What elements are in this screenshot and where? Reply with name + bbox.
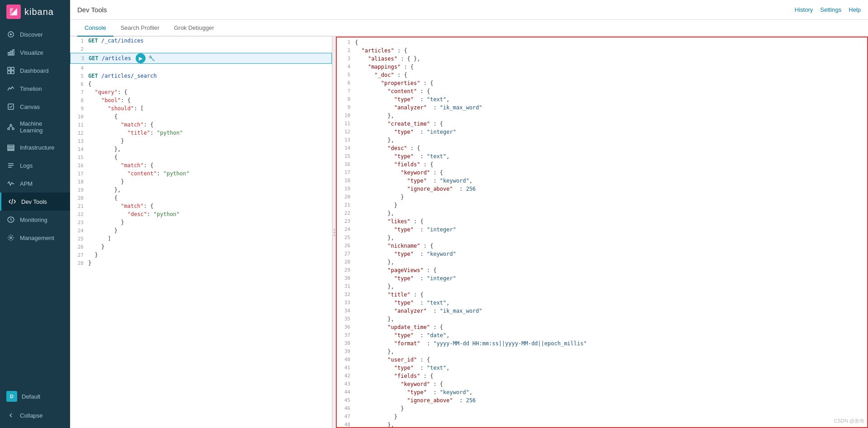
output-content: "nickname" : { — [355, 243, 433, 251]
output-content: "type" : "text", — [355, 300, 450, 308]
editor-line-7[interactable]: 7 "query": { — [70, 88, 332, 96]
sidebar-item-default[interactable]: D Default — [0, 386, 70, 406]
sidebar-item-visualize[interactable]: Visualize — [0, 43, 70, 61]
output-line: 7 "content" : { — [337, 88, 867, 96]
line-number: 19 — [71, 187, 84, 193]
line-content: } — [88, 260, 91, 266]
sidebar-item-default-label: Default — [22, 393, 40, 400]
sidebar-item-timelion[interactable]: Timelion — [0, 80, 70, 98]
input-panel[interactable]: 1GET /_cat/indices23GET /articles▶🔧45GET… — [70, 37, 332, 428]
history-link[interactable]: History — [795, 6, 813, 13]
logo[interactable]: kibana — [0, 0, 70, 24]
svg-rect-5 — [10, 51, 12, 55]
sidebar-item-dev-tools[interactable]: Dev Tools — [0, 193, 70, 211]
editor-line-22[interactable]: 22 "desc": "python" — [70, 210, 332, 218]
editor-line-25[interactable]: 25 ] — [70, 235, 332, 243]
sidebar-item-discover[interactable]: Discover — [0, 25, 70, 43]
tab-search-profiler[interactable]: Search Profiler — [113, 20, 167, 37]
output-line: 23 "likes" : { — [337, 218, 867, 226]
sidebar-item-logs[interactable]: Logs — [0, 156, 70, 174]
output-content: "type" : "date", — [355, 332, 450, 340]
sidebar-item-dashboard-label: Dashboard — [20, 67, 49, 74]
output-content: "update_time" : { — [355, 324, 443, 332]
editor-line-24[interactable]: 24 } — [70, 226, 332, 235]
editor-line-19[interactable]: 19 }, — [70, 186, 332, 194]
wrench-button[interactable]: 🔧 — [147, 53, 157, 63]
editor-line-17[interactable]: 17 "content": "python" — [70, 169, 332, 178]
line-number: 5 — [71, 73, 84, 79]
sidebar-item-machine-learning[interactable]: Machine Learning — [0, 116, 70, 138]
editor-line-16[interactable]: 16 "match": { — [70, 161, 332, 169]
apm-icon — [6, 179, 15, 188]
line-number: 9 — [71, 106, 84, 112]
editor-line-18[interactable]: 18 } — [70, 178, 332, 186]
svg-point-3 — [10, 33, 12, 35]
editor-line-28[interactable]: 28} — [70, 259, 332, 267]
line-content: "match": { — [88, 162, 154, 169]
line-number: 8 — [71, 98, 84, 103]
panel-divider[interactable] — [332, 37, 336, 428]
output-line: 21 } — [337, 202, 867, 210]
output-line-number: 15 — [338, 153, 350, 161]
editor-line-2[interactable]: 2 — [70, 45, 332, 53]
output-content: "desc" : { — [355, 145, 420, 153]
output-content: "type" : "integer" — [355, 226, 456, 235]
editor-line-9[interactable]: 9 "should": [ — [70, 104, 332, 113]
output-line: 6 "properties" : { — [337, 80, 867, 88]
line-number: 22 — [71, 212, 84, 217]
sidebar-item-apm[interactable]: APM — [0, 174, 70, 193]
editor-line-6[interactable]: 6{ — [70, 80, 332, 88]
output-line: 35 }, — [337, 316, 867, 324]
settings-link[interactable]: Settings — [820, 6, 841, 13]
editor-line-15[interactable]: 15 { — [70, 153, 332, 161]
sidebar-item-monitoring[interactable]: Monitoring — [0, 211, 70, 229]
editor-line-27[interactable]: 27 } — [70, 251, 332, 259]
run-button[interactable]: ▶ — [136, 53, 146, 63]
collapse-icon — [6, 411, 15, 420]
output-line: 27 "type" : "keyword" — [337, 251, 867, 259]
editor-line-11[interactable]: 11 "match": { — [70, 121, 332, 129]
output-line: 16 "fields" : { — [337, 161, 867, 169]
help-link[interactable]: Help — [849, 6, 861, 13]
editor-line-1[interactable]: 1GET /_cat/indices — [70, 37, 332, 45]
editor-line-4[interactable]: 4 — [70, 64, 332, 72]
editor-line-23[interactable]: 23 } — [70, 218, 332, 226]
output-line-number: 24 — [338, 226, 350, 235]
sidebar-item-collapse[interactable]: Collapse — [0, 406, 70, 424]
watermark: CSDN @发布 — [834, 418, 864, 424]
editor-line-5[interactable]: 5GET /articles/_search — [70, 72, 332, 80]
line-content: GET /articles/_search — [88, 73, 157, 79]
sidebar-item-canvas[interactable]: Canvas — [0, 98, 70, 116]
editor-line-26[interactable]: 26 } — [70, 243, 332, 251]
editor-line-20[interactable]: 20 { — [70, 194, 332, 202]
output-line-number: 21 — [338, 202, 350, 210]
output-line-number: 44 — [338, 389, 350, 397]
line-content: "content": "python" — [88, 170, 189, 177]
output-line-number: 17 — [338, 169, 350, 178]
editor-line-13[interactable]: 13 } — [70, 137, 332, 145]
line-content: } — [88, 138, 124, 144]
line-number: 21 — [71, 203, 84, 209]
sidebar-item-infrastructure[interactable]: Infrastructure — [0, 138, 70, 156]
output-line: 18 "type" : "keyword", — [337, 178, 867, 186]
editor-line-8[interactable]: 8 "bool": { — [70, 96, 332, 104]
timelion-icon — [6, 84, 15, 93]
editor-line-14[interactable]: 14 }, — [70, 145, 332, 153]
editor-line-3[interactable]: 3GET /articles▶🔧 — [70, 53, 332, 64]
sidebar-item-management[interactable]: Management — [0, 229, 70, 247]
code-editor[interactable]: 1GET /_cat/indices23GET /articles▶🔧45GET… — [70, 37, 332, 428]
sidebar-item-dashboard[interactable]: Dashboard — [0, 61, 70, 80]
output-line: 37 "type" : "date", — [337, 332, 867, 340]
line-content: { — [88, 81, 91, 87]
output-line: 19 "ignore_above" : 256 — [337, 186, 867, 194]
editor-line-10[interactable]: 10 { — [70, 113, 332, 121]
line-number: 11 — [71, 122, 84, 128]
output-line-number: 18 — [338, 178, 350, 186]
line-number: 18 — [71, 179, 84, 185]
output-line: 22 }, — [337, 210, 867, 218]
editor-line-21[interactable]: 21 "match": { — [70, 202, 332, 210]
tab-grok-debugger[interactable]: Grok Debugger — [167, 20, 222, 37]
tab-console[interactable]: Console — [77, 20, 113, 37]
editor-line-12[interactable]: 12 "title": "python" — [70, 129, 332, 137]
main-area: Dev Tools History Settings Help Console … — [70, 0, 868, 428]
